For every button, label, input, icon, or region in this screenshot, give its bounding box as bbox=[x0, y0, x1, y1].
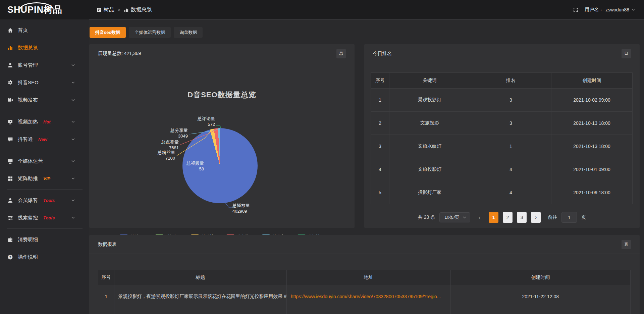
sidebar-item-media-operation[interactable]: 全媒体运营 bbox=[0, 152, 89, 170]
prev-page-button[interactable]: ‹ bbox=[475, 212, 484, 223]
data-tabs: 抖音seo数据 全媒体运营数据 询盘数据 bbox=[90, 27, 203, 38]
report-header-row: 序号 标题 地址 创建时间 bbox=[98, 270, 631, 285]
new-badge: New bbox=[38, 137, 47, 142]
sidebar-divider bbox=[7, 189, 83, 190]
tab-douyin-seo-data[interactable]: 抖音seo数据 bbox=[90, 27, 126, 38]
sidebar-item-data-overview[interactable]: 数据总览 bbox=[0, 39, 89, 56]
page-button-2[interactable]: 2 bbox=[503, 212, 513, 223]
report-panel-title: 数据报表 bbox=[98, 242, 117, 248]
chevron-down-icon bbox=[71, 216, 75, 220]
table-row[interactable]: 1景观投影灯32021-10-02 09:00 bbox=[371, 89, 633, 112]
chevron-down-icon bbox=[71, 198, 75, 202]
breadcrumb-current[interactable]: 数据总览 bbox=[124, 6, 152, 13]
chevron-down-icon bbox=[71, 63, 75, 67]
chevron-down-icon bbox=[71, 176, 75, 180]
breadcrumb-separator: > bbox=[118, 7, 120, 12]
logo-arc bbox=[19, 2, 54, 9]
user-icon bbox=[7, 198, 13, 203]
app-grid-icon bbox=[97, 7, 102, 12]
chart-title: D音SEO数据量总览 bbox=[89, 90, 355, 100]
chevron-down-icon bbox=[71, 81, 75, 85]
page-size-select[interactable]: 10条/页 bbox=[439, 212, 470, 222]
page-button-3[interactable]: 3 bbox=[517, 212, 527, 223]
sidebar-item-member-tools[interactable]: 会员爆客 Tools bbox=[0, 192, 89, 209]
sidebar-item-lead-monitor[interactable]: 线索监控 Tools bbox=[0, 209, 89, 226]
pie-label-fans: 总粉丝量7100 bbox=[155, 150, 175, 161]
fullscreen-icon[interactable] bbox=[573, 7, 579, 13]
sidebar-item-video-heat[interactable]: 视频加热 Hot bbox=[0, 113, 89, 130]
sidebar-divider bbox=[7, 150, 83, 150]
table-row[interactable]: 5投影灯厂家42021-10-09 18:00 bbox=[371, 181, 633, 204]
ranking-table: 序号 关键词 排名 创建时间 1景观投影灯32021-10-02 09:00 2… bbox=[371, 72, 633, 204]
goto-page-input[interactable] bbox=[561, 212, 577, 223]
table-row[interactable]: 4文旅投影灯42021-10-01 09:00 bbox=[371, 158, 633, 181]
col-keyword: 关键词 bbox=[389, 73, 470, 89]
tools-badge: Tools bbox=[43, 198, 55, 203]
sidebar-item-video-publish[interactable]: 视频发布 bbox=[0, 91, 89, 109]
col-title: 标题 bbox=[114, 270, 286, 285]
monitor-icon bbox=[7, 158, 13, 164]
chevron-down-icon bbox=[631, 8, 635, 12]
col-created: 创建时间 bbox=[551, 73, 633, 89]
breadcrumb: 树品 > 数据总览 bbox=[97, 6, 152, 13]
question-circle-icon: ? bbox=[7, 254, 13, 260]
sidebar-item-account[interactable]: 账号管理 bbox=[0, 56, 89, 74]
video-link[interactable]: https://www.iesdouyin.com/share/video/70… bbox=[291, 294, 441, 299]
pagination: 共 23 条 10条/页 ‹ 1 2 3 › 前往 页 bbox=[364, 212, 640, 223]
chevron-down-icon bbox=[71, 98, 75, 102]
sidebar-item-help[interactable]: ? 操作说明 bbox=[0, 248, 89, 266]
table-row[interactable]: 3文旅水纹灯12021-10-13 18:00 bbox=[371, 135, 633, 158]
main-content: 抖音seo数据 全媒体运营数据 询盘数据 展现量总数: 421,369 总 D音… bbox=[89, 19, 644, 314]
sidebar-item-home[interactable]: 首页 bbox=[0, 21, 89, 39]
ranking-header-row: 序号 关键词 排名 创建时间 bbox=[371, 73, 633, 89]
sidebar-item-doukutong[interactable]: 抖客通 New bbox=[0, 130, 89, 148]
app-window: SHUPIN树品 树品 > 数据总览 用户名：zswodun88 首页 bbox=[0, 0, 644, 314]
total-view-button[interactable]: 总 bbox=[336, 49, 346, 58]
data-report-panel: 数据报表 表 序号 标题 地址 创建时间 1 景观投影灯，夜游景观投影灯厂家展示… bbox=[89, 235, 640, 314]
next-page-button[interactable]: › bbox=[531, 212, 541, 223]
col-rank: 排名 bbox=[470, 73, 551, 89]
sidebar-item-matrix-boost[interactable]: 矩阵助推 VIP bbox=[0, 170, 89, 187]
chevron-down-icon bbox=[71, 120, 75, 124]
day-view-button[interactable]: 日 bbox=[622, 49, 631, 58]
pie-label-likes: 总点赞量7681 bbox=[159, 140, 179, 151]
report-table: 序号 标题 地址 创建时间 1 景观投影灯，夜游景观投影灯厂家展示展示落花灯在花… bbox=[98, 270, 631, 314]
tab-media-operation-data[interactable]: 全媒体运营数据 bbox=[129, 27, 171, 38]
pie-label-comments: 总评论量572 bbox=[193, 116, 215, 127]
wallet-icon bbox=[7, 237, 13, 243]
username: zswodun88 bbox=[605, 7, 629, 12]
sidebar-item-spend-detail[interactable]: 消费明细 bbox=[0, 231, 89, 248]
seo-chart-panel: 展现量总数: 421,369 总 D音SEO数据量总览 总评论量572 总分享量… bbox=[89, 44, 355, 228]
table-row[interactable]: 1 景观投影灯，夜游景观投影灯厂家展示展示落花灯在花园里的灯光投影应用效果 # … bbox=[98, 285, 631, 308]
total-impressions-value: 421,369 bbox=[124, 51, 141, 56]
monitor-play-icon bbox=[7, 119, 13, 125]
pie-chart: D音SEO数据量总览 总评论量572 总分享量3049 总点赞量7681 总粉丝… bbox=[89, 63, 355, 228]
chevron-down-icon bbox=[463, 215, 467, 219]
goto-unit: 页 bbox=[581, 214, 586, 220]
page-button-1[interactable]: 1 bbox=[489, 212, 498, 223]
home-icon bbox=[7, 28, 13, 33]
pagination-total: 共 23 条 bbox=[418, 214, 435, 220]
top-header: SHUPIN树品 树品 > 数据总览 用户名：zswodun88 bbox=[0, 0, 644, 19]
sidebar-item-douyin-seo[interactable]: 抖音SEO bbox=[0, 74, 89, 91]
hot-badge: Hot bbox=[43, 119, 51, 124]
chart-panel-title: 展现量总数: 421,369 bbox=[98, 51, 141, 57]
chevron-down-icon bbox=[71, 137, 75, 141]
sidebar-divider bbox=[7, 111, 83, 111]
breadcrumb-root[interactable]: 树品 bbox=[97, 6, 114, 13]
table-row[interactable]: 2文旅投影32021-10-13 18:00 bbox=[371, 112, 633, 135]
pie-label-plays: 总播放量402909 bbox=[232, 203, 263, 214]
vip-badge: VIP bbox=[43, 176, 50, 181]
user-menu[interactable]: 用户名：zswodun88 bbox=[585, 7, 635, 13]
chevron-down-icon bbox=[71, 159, 75, 163]
tools-badge: Tools bbox=[43, 215, 55, 220]
table-view-button[interactable]: 表 bbox=[622, 240, 631, 249]
col-created: 创建时间 bbox=[450, 270, 630, 285]
pie-label-videos: 总视频量58 bbox=[185, 161, 204, 172]
col-index: 序号 bbox=[371, 73, 389, 89]
tab-inquiry-data[interactable]: 询盘数据 bbox=[174, 27, 203, 38]
video-title: 景观投影灯，夜游景观投影灯厂家展示展示落花灯在花园里的灯光投影应用效果 # bbox=[114, 285, 286, 308]
username-label: 用户名： bbox=[585, 7, 603, 13]
sliders-icon bbox=[7, 215, 13, 221]
sidebar-divider bbox=[7, 228, 83, 229]
